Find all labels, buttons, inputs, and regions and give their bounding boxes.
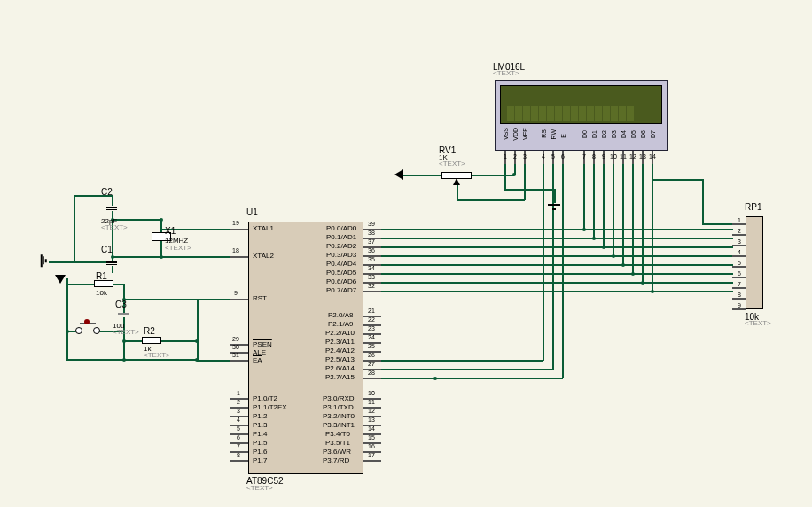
lcd-pin: RS	[541, 129, 547, 138]
cap-c1[interactable]	[106, 261, 117, 266]
rp1[interactable]	[746, 216, 763, 309]
pin-name: P0.4/AD4	[326, 261, 356, 268]
lcd-pinnum: 11	[620, 153, 627, 160]
pin-name: P2.5/A13	[325, 356, 355, 363]
pin-name: P1.1/T2EX	[253, 404, 287, 411]
pin-num: 30	[232, 344, 239, 350]
pin-name: P2.4/A12	[325, 347, 355, 355]
pin-name: P3.7/RD	[323, 457, 349, 464]
rp-pinnum: 8	[738, 292, 741, 298]
x1-tag: <TEXT>	[165, 245, 191, 253]
pin-num: 21	[368, 308, 375, 314]
pin-num: 18	[232, 247, 239, 254]
lcd-pin: D1	[591, 130, 597, 138]
lcd-pin: E	[560, 134, 566, 138]
pin-name: P1.4	[253, 431, 267, 438]
push-button[interactable]	[93, 327, 100, 334]
pin-num: 37	[368, 238, 375, 245]
rv-tag: <TEXT>	[439, 160, 465, 168]
pin-name: ALE	[253, 349, 266, 356]
pin-num: 32	[368, 283, 375, 289]
pin-name: P0.7/AD7	[326, 287, 356, 294]
lcd-pin: D4	[621, 130, 627, 138]
lcd-pinnum: 2	[513, 153, 517, 160]
pin-num: 31	[232, 352, 239, 358]
pin-name: P3.1/TXD	[323, 404, 354, 411]
cap-c2[interactable]	[106, 206, 117, 211]
pin-num: 23	[368, 325, 375, 332]
lcd-pinnum: 5	[551, 153, 555, 160]
r1-val: 10k	[96, 290, 107, 298]
rp-pinnum: 4	[738, 249, 741, 255]
pin-num: 34	[368, 265, 375, 271]
pin-name: P1.6	[253, 448, 267, 456]
pin-num: 35	[368, 256, 375, 262]
pin-name: XTAL1	[253, 225, 274, 232]
pin-num: 14	[368, 425, 375, 432]
lcd-pin: RW	[550, 129, 557, 140]
pin-name: PSEN	[253, 341, 272, 348]
c3-ref: C3	[115, 300, 127, 309]
pin-num: 13	[368, 417, 375, 423]
pin-name: P0.1/AD1	[326, 234, 356, 241]
mcu-ref: U1	[246, 207, 258, 217]
pin-num: 4	[237, 417, 240, 423]
pin-name: P1.3	[253, 422, 267, 429]
pin-num: 22	[368, 316, 375, 323]
pin-num: 39	[368, 221, 375, 227]
lcd-pinnum: 1	[504, 153, 507, 160]
pin-name: P2.7/A15	[325, 374, 355, 381]
lcd-pinnum: 9	[602, 153, 605, 160]
res-r1[interactable]	[94, 280, 113, 287]
cap-c3[interactable]	[118, 312, 129, 317]
r2-tag: <TEXT>	[144, 352, 170, 360]
lcd-pinnum: 10	[610, 153, 617, 160]
r2-ref: R2	[144, 326, 155, 336]
pin-num: 16	[368, 443, 375, 449]
lcd-pinnum: 6	[561, 153, 565, 160]
x1-ref: X1	[165, 226, 176, 236]
lcd-tag: <TEXT>	[493, 70, 519, 78]
pin-name: EA	[253, 357, 262, 364]
rp-pinnum: 7	[738, 281, 741, 287]
pin-num: 11	[368, 399, 375, 405]
pin-name: P2.2/A10	[325, 330, 355, 337]
pin-num: 38	[368, 230, 375, 236]
c2-tag: <TEXT>	[101, 224, 128, 232]
pin-num: 25	[368, 343, 375, 349]
lcd-pinnum: 13	[639, 153, 646, 160]
pin-num: 26	[368, 352, 375, 358]
lcd-pinnum: 14	[649, 153, 656, 160]
res-r2[interactable]	[142, 337, 161, 344]
pin-name: P1.7	[253, 457, 267, 464]
lcd-pin: VEE	[522, 128, 528, 140]
rp-pinnum: 3	[738, 238, 741, 245]
rp-ref: RP1	[745, 202, 761, 212]
schematic-canvas: U1 AT89C52 <TEXT> 19 XTAL1 18 XTAL2 9 RS…	[0, 0, 812, 507]
pin-num: 36	[368, 247, 375, 254]
pin-num: 7	[237, 443, 240, 449]
ground-symbol	[548, 203, 560, 211]
pin-num: 9	[234, 290, 238, 296]
pin-num: 1	[237, 390, 240, 396]
push-button[interactable]	[75, 327, 82, 334]
lcd-pin: VDD	[512, 128, 519, 141]
lcd-pinnum: 12	[629, 153, 636, 160]
lcd-pinnum: 3	[523, 153, 527, 160]
pin-name: P0.2/AD2	[326, 243, 356, 250]
pin-num: 5	[237, 425, 240, 432]
rp-pinnum: 9	[738, 302, 741, 308]
pin-num: 6	[237, 434, 240, 441]
lcd-pin: D7	[650, 130, 656, 138]
lcd-pinnum: 7	[582, 153, 586, 160]
lcd-pin: D3	[611, 130, 617, 138]
rp-tag: <TEXT>	[745, 320, 771, 328]
lcd-pin: D5	[630, 130, 636, 138]
pin-name: P2.0/A8	[328, 312, 353, 319]
pin-name: P0.3/AD3	[326, 252, 356, 259]
lcd-pin: D6	[640, 130, 646, 138]
pin-num: 2	[237, 399, 240, 405]
pin-num: 24	[368, 334, 375, 340]
pin-num: 28	[368, 370, 375, 376]
pin-name: P3.0/RXD	[323, 395, 355, 402]
